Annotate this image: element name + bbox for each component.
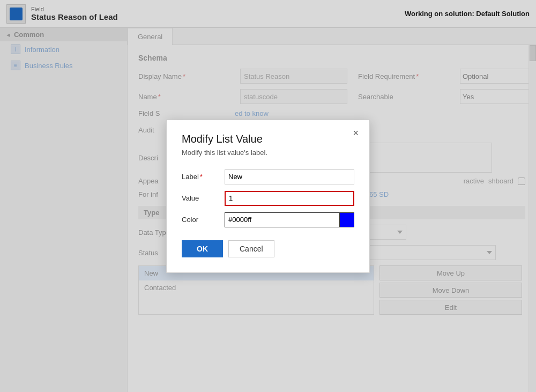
modal-color-row: Color [182,212,354,227]
modal-cancel-button[interactable]: Cancel [228,240,274,257]
modal-color-swatch[interactable] [339,212,354,227]
modal-value-field-label: Value [182,194,225,202]
modal-ok-button[interactable]: OK [182,240,223,257]
modal-color-input[interactable] [225,212,339,227]
modal-label-input[interactable] [225,169,354,184]
modify-list-value-modal: × Modify List Value Modify this list val… [166,120,370,273]
modal-label-field-label: Label* [182,173,225,181]
modal-title: Modify List Value [182,133,354,145]
modal-value-input[interactable] [225,191,354,206]
modal-subtitle: Modify this list value's label. [182,149,354,157]
modal-buttons: OK Cancel [182,240,354,257]
modal-value-row: Value [182,191,354,206]
modal-overlay: × Modify List Value Modify this list val… [0,0,536,392]
modal-color-field-label: Color [182,216,225,224]
modal-close-button[interactable]: × [349,127,362,140]
modal-label-row: Label* [182,169,354,184]
